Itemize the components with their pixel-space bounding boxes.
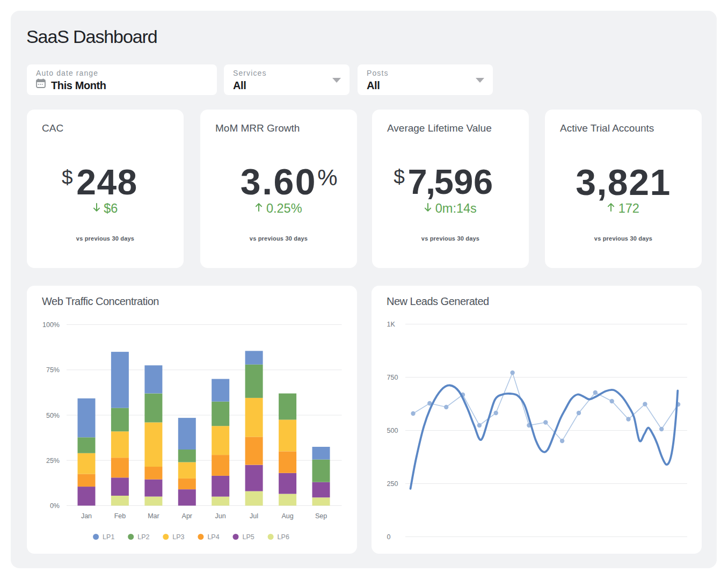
svg-text:0%: 0% <box>50 502 60 510</box>
svg-text:LP4: LP4 <box>207 533 219 541</box>
svg-text:1K: 1K <box>387 321 396 328</box>
svg-text:Jan: Jan <box>81 512 92 520</box>
svg-text:LP3: LP3 <box>172 533 184 541</box>
svg-text:750: 750 <box>387 374 398 381</box>
svg-text:250: 250 <box>387 480 398 488</box>
svg-text:75%: 75% <box>46 366 60 374</box>
svg-text:Aug: Aug <box>281 512 293 520</box>
svg-text:Jul: Jul <box>250 512 258 520</box>
svg-text:500: 500 <box>387 427 398 434</box>
svg-text:LP2: LP2 <box>137 533 149 541</box>
svg-text:25%: 25% <box>46 457 60 465</box>
svg-text:Mar: Mar <box>148 512 159 520</box>
svg-text:LP5: LP5 <box>243 533 254 541</box>
svg-text:0: 0 <box>387 533 391 541</box>
svg-text:Feb: Feb <box>114 512 126 520</box>
svg-text:50%: 50% <box>46 412 60 419</box>
svg-text:LP1: LP1 <box>103 533 114 541</box>
svg-text:Apr: Apr <box>182 512 192 520</box>
svg-text:100%: 100% <box>42 321 60 329</box>
svg-text:Sep: Sep <box>315 512 327 520</box>
svg-text:Jun: Jun <box>215 512 226 520</box>
svg-text:LP6: LP6 <box>278 533 289 541</box>
